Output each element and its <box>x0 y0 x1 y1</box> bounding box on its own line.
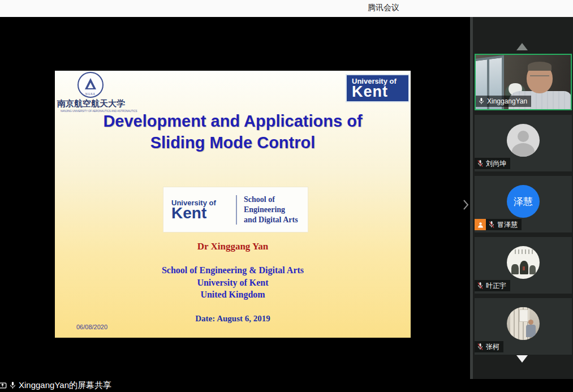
window-title-bar: 腾讯会议 <box>0 0 573 17</box>
nuaa-emblem-icon: NUAA <box>77 72 104 98</box>
avatar: 泽慧 <box>507 185 540 218</box>
microphone-muted-icon <box>477 282 484 290</box>
presentation-date: Date: August 6, 2019 <box>55 314 411 324</box>
participant-tile[interactable]: 叶正宇 <box>475 237 572 294</box>
nuaa-chinese-name: 南京航空航天大学 <box>57 98 124 109</box>
microphone-icon <box>478 97 485 105</box>
slide-footer-date: 06/08/2020 <box>76 324 107 330</box>
app-title: 腾讯会议 <box>368 3 399 13</box>
participant-tile[interactable]: 张柯 <box>475 298 572 355</box>
microphone-muted-icon <box>477 160 484 167</box>
participant-tile[interactable]: 刘尚坤 <box>475 115 572 171</box>
participant-tile[interactable]: 泽慧 冒泽慧 <box>475 176 572 232</box>
share-status-label: XinggangYan的屏幕共享 <box>19 380 111 391</box>
share-status-bar: XinggangYan的屏幕共享 <box>0 379 573 392</box>
affiliation-line: United Kingdom <box>55 290 411 300</box>
screen-share-view: NUAA 南京航空航天大学 NANJING UNIVERSITY OF AERO… <box>0 17 471 379</box>
chevron-down-icon[interactable] <box>516 355 528 363</box>
microphone-muted-icon <box>477 343 484 351</box>
participant-name: XinggangYan <box>487 97 527 105</box>
avatar <box>507 124 540 157</box>
participant-name: 刘尚坤 <box>486 159 506 169</box>
participant-name: 冒泽慧 <box>497 220 518 230</box>
microphone-muted-icon <box>488 221 495 229</box>
kent-logo: University of Kent <box>346 74 410 102</box>
participant-tile[interactable]: XinggangYan <box>475 54 572 110</box>
kent-school-logo: University of Kent School of Engineering… <box>163 187 308 232</box>
participants-panel: XinggangYan 刘尚坤 泽慧 <box>470 17 573 379</box>
slide-title: Development and Applications of Sliding … <box>55 110 411 153</box>
nuaa-logo: NUAA 南京航空航天大学 NANJING UNIVERSITY OF AERO… <box>57 72 124 113</box>
microphone-icon <box>9 381 16 390</box>
affiliation-line: School of Engineering & Digital Arts <box>55 265 411 275</box>
person-badge-icon <box>475 219 486 230</box>
avatar <box>507 246 540 279</box>
affiliation-line: University of Kent <box>55 278 411 288</box>
author-name: Dr Xinggang Yan <box>55 241 411 252</box>
avatar <box>507 307 540 340</box>
scrollbar[interactable] <box>470 17 473 379</box>
participant-name: 张柯 <box>486 342 499 352</box>
chevron-up-icon[interactable] <box>516 43 528 50</box>
screen-share-icon <box>0 381 7 390</box>
school-name: School of Engineering and Digital Arts <box>237 195 298 225</box>
presentation-slide: NUAA 南京航空航天大学 NANJING UNIVERSITY OF AERO… <box>55 71 411 338</box>
participant-name: 叶正宇 <box>486 281 506 291</box>
